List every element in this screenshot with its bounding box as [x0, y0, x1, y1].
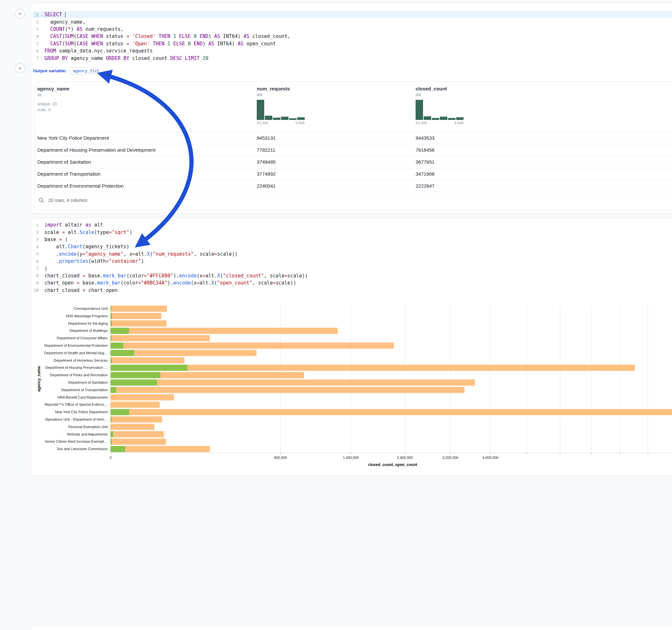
bar-open — [111, 387, 116, 393]
table-footer: 20 rows, 4 columns — [35, 192, 672, 203]
y-tick-label: Department of Housing Preservation … — [45, 366, 107, 369]
hist-min: 53,304 — [415, 121, 427, 125]
code-text: .encode(y="agency_name", x=alt.X("num_re… — [44, 251, 238, 257]
table-row: New York City Police Department945313194… — [35, 132, 672, 144]
code-line[interactable]: 9chart_open = base.mark_bar(color="#8BC3… — [33, 280, 672, 287]
chevron-down-icon[interactable]: ⌄ — [39, 13, 44, 17]
code-line[interactable]: 6FROM sample_data.nyc.service_requests — [33, 47, 672, 54]
bar-open — [111, 365, 187, 371]
code-line[interactable]: 2scale = alt.Scale(type="sqrt") — [33, 228, 672, 236]
histogram-bar — [424, 116, 431, 120]
add-cell-button[interactable]: + — [15, 9, 25, 19]
table-cell: 7782211 — [257, 147, 415, 153]
histogram-bar — [297, 117, 305, 120]
code-line[interactable]: 3 COUNT(*) AS num_requests, — [33, 26, 672, 33]
code-line[interactable]: 8chart_closed = base.mark_bar(color="#FF… — [33, 272, 672, 280]
code-text: agency_name, — [44, 19, 85, 25]
line-number: 5 — [33, 251, 39, 256]
table-cell: Department of Environmental Protection — [37, 183, 257, 189]
bar-closed — [111, 431, 164, 437]
bar-open — [111, 350, 134, 356]
bar-closed — [111, 365, 635, 371]
code-line[interactable]: 4 CAST(SUM(CASE WHEN status = 'Closed' T… — [33, 33, 672, 40]
python-cell: 1import altair as alt2scale = alt.Scale(… — [31, 218, 672, 476]
code-text: .properties(width="container") — [44, 258, 144, 264]
column-header-closed-count[interactable]: closed_count i64 53,304 9.4e6 — [415, 86, 672, 132]
y-tick-label: New York City Police Department — [55, 410, 107, 414]
y-tick-label: Correspondence Unit — [74, 307, 107, 311]
unique-count: unique: 20 — [37, 101, 257, 107]
bar-closed — [111, 343, 394, 349]
chevron-down-icon[interactable]: ⌄ — [39, 238, 44, 241]
output-variable-chip[interactable]: agency_tickets — [70, 67, 99, 75]
code-line[interactable]: 2 agency_name, — [33, 18, 672, 25]
results-table: agency_name str unique: 20 nulls: 0 num_… — [34, 81, 672, 210]
code-line[interactable]: 1import altair as alt — [33, 221, 672, 228]
x-tick-label: 0 — [110, 456, 112, 460]
x-tick-label: 800,000 — [274, 456, 287, 460]
bar-open — [111, 438, 112, 445]
null-count: nulls: 0 — [37, 107, 257, 113]
code-line[interactable]: 5 CAST(SUM(CASE WHEN status = 'Open' THE… — [33, 40, 672, 47]
code-text: chart_closed + chart_open — [44, 287, 118, 293]
table-row: Department of Environmental Protection22… — [35, 180, 672, 192]
code-line[interactable]: 1⌄SELECT — [33, 11, 672, 18]
line-number: 8 — [33, 273, 39, 278]
code-text: chart_closed = base.mark_bar(color="#FFC… — [44, 273, 308, 279]
y-tick-label: Mayorâ€™s Office of Special Enforce… — [45, 403, 107, 406]
code-line[interactable]: 3⌄base = ( — [33, 236, 672, 243]
bar-open — [111, 380, 157, 386]
table-cell: 2222847 — [415, 183, 672, 189]
code-text: CAST(SUM(CASE WHEN status = 'Closed' THE… — [44, 33, 290, 39]
table-cell: 3774892 — [257, 171, 415, 177]
y-tick-label: Department of Transportation — [61, 388, 107, 392]
bar-open — [111, 372, 161, 378]
line-number: 6 — [33, 259, 39, 264]
code-line[interactable]: 6 .properties(width="container") — [33, 258, 672, 265]
column-name: agency_name — [37, 86, 257, 91]
altair-chart: 0800,0001,600,0002,400,0003,200,0004,000… — [31, 302, 672, 474]
column-histogram — [415, 100, 463, 120]
bar-open — [111, 313, 112, 319]
code-line[interactable]: 5 .encode(y="agency_name", x=alt.X("num_… — [33, 250, 672, 258]
column-name: num_requests — [257, 86, 415, 91]
y-tick-label: Department of Environmental Protection — [44, 343, 107, 347]
line-number: 4 — [33, 34, 39, 39]
histogram-bar — [265, 116, 272, 120]
column-header-agency-name[interactable]: agency_name str unique: 20 nulls: 0 — [37, 86, 257, 132]
bar-closed — [111, 446, 210, 452]
bar-open — [111, 416, 112, 422]
code-text: ) — [44, 266, 47, 272]
column-dtype: i64 — [415, 92, 672, 97]
next-cell-partial — [31, 626, 672, 630]
search-icon[interactable] — [39, 197, 44, 203]
code-text: GROUP BY agency_name ORDER BY closed_cou… — [44, 55, 209, 61]
code-line[interactable]: 10chart_closed + chart_open — [33, 287, 672, 294]
bar-closed — [111, 306, 167, 312]
python-editor[interactable]: 1import altair as alt2scale = alt.Scale(… — [31, 218, 672, 294]
x-tick-label: 1,600,000 — [343, 456, 359, 460]
table-row: Department of Sanitation37494853677651 — [35, 156, 672, 168]
code-text: import altair as alt — [44, 222, 103, 228]
code-line[interactable]: 7) — [33, 265, 672, 272]
line-number: 1 — [33, 223, 39, 227]
table-cell: 9443533 — [415, 135, 672, 141]
line-number: 10 — [33, 288, 39, 293]
add-cell-button[interactable]: + — [15, 63, 25, 73]
table-cell: 2240041 — [257, 183, 415, 189]
bar-closed — [111, 328, 338, 334]
output-variable-row: Output variable: agency_tickets — [33, 67, 672, 75]
code-text: chart_open = base.mark_bar(color="#8BC34… — [44, 280, 296, 286]
code-line[interactable]: 4 alt.Chart(agency_tickets) — [33, 243, 672, 250]
code-line[interactable]: 7GROUP BY agency_name ORDER BY closed_co… — [33, 54, 672, 62]
column-header-num-requests[interactable]: num_requests i64 53,304 9.5e6 — [257, 86, 415, 132]
bar-open — [111, 358, 112, 364]
bar-closed — [111, 409, 672, 415]
sql-editor[interactable]: 1⌄SELECT 2 agency_name,3 COUNT(*) AS num… — [31, 3, 672, 62]
column-name: closed_count — [415, 86, 672, 91]
bar-open — [111, 446, 125, 452]
text-cursor — [65, 12, 66, 18]
y-tick-label: Personal Exemption Unit — [68, 425, 107, 429]
bar-open — [111, 328, 129, 334]
line-number: 9 — [33, 281, 39, 286]
